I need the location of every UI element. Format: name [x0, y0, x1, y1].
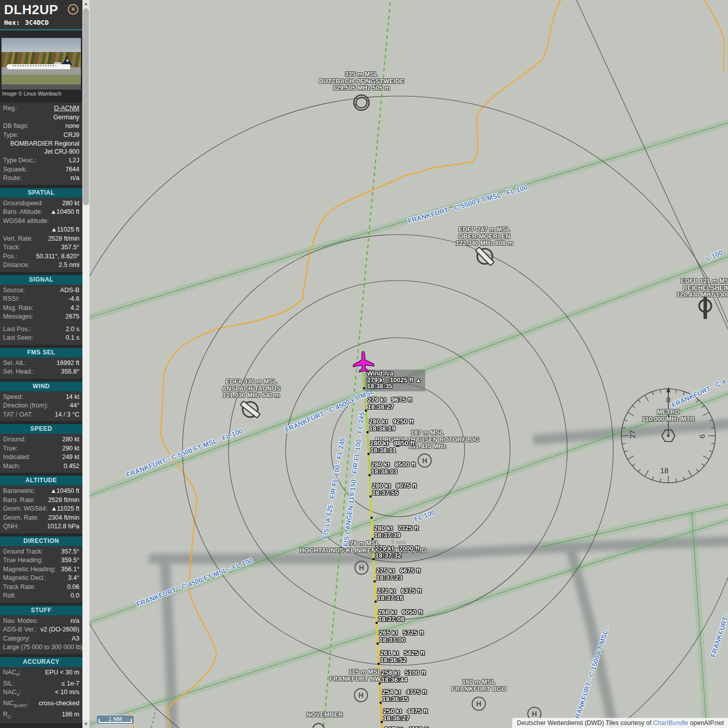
row-value: 2528 ft/min	[48, 496, 79, 505]
data-row: Messages:2675	[0, 312, 82, 322]
data-row: Baro. Altitude:▲10450 ft	[0, 208, 82, 217]
data-row: Route:n/a	[0, 174, 82, 183]
row-label: Baro. Altitude:	[3, 208, 42, 216]
row-value: 4.2	[71, 304, 79, 312]
data-row: Last Seen:0.1 s	[0, 334, 82, 343]
row-label: Barometric:	[3, 487, 35, 495]
data-row: Pos.:50.311°, 8.620°	[0, 252, 82, 261]
scroll-up-icon[interactable]: ▲	[82, 0, 89, 8]
row-value: 16992 ft	[57, 359, 79, 368]
scroll-down-icon[interactable]: ▼	[82, 720, 89, 728]
row-label: Msg. Rate:	[3, 304, 33, 312]
row-label: Reg.:	[3, 105, 18, 113]
data-row: True:290 kt	[0, 444, 82, 453]
row-value: 249 kt	[62, 453, 79, 462]
row-value: n/a	[71, 617, 79, 625]
aircraft-icon[interactable]	[351, 350, 376, 374]
row-label: Nav. Modes:	[3, 617, 38, 625]
row-label: Magnetic Decl.:	[3, 574, 47, 582]
row-label: Source:	[3, 287, 25, 295]
row-label: Messages:	[3, 313, 33, 321]
aircraft-photo[interactable]	[2, 38, 81, 89]
data-row: Type Desc.:L2J	[0, 156, 82, 165]
row-value: 355.8°	[61, 368, 79, 376]
row-value: < 10 m/s	[55, 689, 79, 699]
scale-label: 1 NM	[97, 715, 134, 723]
row-value: 280 kt	[62, 436, 79, 444]
sidebar-footer-note: Learn more about Mode S data type by hov…	[0, 723, 82, 728]
data-row: Direction (from):44°	[0, 401, 82, 411]
row-value: ▲11025 ft	[51, 505, 79, 513]
row-label: ADS-B Ver.:	[3, 626, 37, 634]
navaid-label: EDFB 121 m MSLREICHELSHEIM120.430 MHz 13…	[676, 278, 728, 299]
data-row: Baro. Rate:2528 ft/min	[0, 496, 82, 505]
row-value: 3.4°	[68, 574, 79, 582]
data-row: QNH:1012.8 hPa	[0, 522, 82, 531]
row-value: 357.5°	[61, 244, 79, 252]
row-value: 2.5 nmi	[59, 261, 79, 269]
row-value: 186 m	[62, 711, 79, 721]
airspace-label: FRANKFURT - C 5500 FT MSL - FL 100	[407, 184, 528, 225]
row-value: 0.1 s	[66, 334, 79, 342]
row-label: Indicated:	[3, 453, 30, 462]
registration-link[interactable]: D-ACNM	[54, 105, 79, 113]
aircraft-detail-sidebar: DLH2UP × Hex:3C4DCD Image © Linus Wambac…	[0, 0, 82, 728]
navaid-label: 160 m MSLFRANKFURT BGU	[451, 679, 506, 693]
data-row: Nav. Modes:n/a	[0, 617, 82, 626]
airspace-label: FRANKFURT -	[709, 612, 728, 658]
data-row: Sel. Alt.:16992 ft	[0, 359, 82, 368]
row-value: 2675	[65, 313, 79, 321]
trail-point-label: 258 kt5100 ft18:36:44	[381, 669, 426, 683]
section-accuracy: ACCURACYNACP:EPU < 30 mSIL:≤ 1e-7NACV:< …	[0, 657, 82, 724]
trail-point-label: 275 kt6675 ft18:37:23	[376, 567, 421, 581]
sidebar-scrollbar[interactable]: ▲ ▼	[82, 0, 89, 728]
row-value: 44°	[70, 402, 79, 410]
row-value: 280 kt	[62, 200, 79, 208]
hex-label: Hex:	[4, 19, 20, 26]
row-label: Last Pos.:	[3, 326, 31, 334]
row-value: L2J	[69, 157, 79, 165]
airspace-label: FRANKFURT - C 4	[670, 378, 727, 410]
scrollbar-thumb[interactable]	[83, 8, 89, 205]
row-label: Route:	[3, 174, 22, 183]
close-icon[interactable]: ×	[68, 4, 78, 15]
data-row: NACV:< 10 m/s	[0, 688, 82, 699]
trail-point-label: 280 kt9250 ft18:38:19	[369, 418, 414, 432]
row-value: 2304 ft/min	[48, 514, 79, 522]
section-header: DIRECTION	[0, 536, 82, 546]
row-value: CRJ9	[64, 131, 79, 140]
row-label: NICBARO:	[3, 700, 29, 710]
row-label: NACP:	[3, 669, 21, 679]
chartbundle-link[interactable]: ChartBundle	[653, 719, 689, 726]
row-label: Type Desc.:	[3, 157, 36, 165]
row-label: Type:	[3, 131, 19, 140]
row-label: Vert. Rate:	[3, 235, 33, 243]
data-row: SIL:≤ 1e-7	[0, 679, 82, 689]
row-label: Sel. Alt.:	[3, 359, 26, 368]
airspace-label: FRANKFURT - C 1500 FT MSL -	[572, 625, 611, 723]
row-label: Geom. WGS84:	[3, 505, 48, 513]
row-value: EPU < 30 m	[45, 669, 79, 679]
data-row: Sel. Head.:355.8°	[0, 368, 82, 377]
row-label: QNH:	[3, 523, 19, 531]
map-attribution: Deutscher Wetterdienst (DWD) Tiles court…	[512, 718, 728, 728]
row-label: Track Rate:	[3, 583, 35, 592]
data-row: Magnetic Heading:356.1°	[0, 565, 82, 574]
airspace-label: FIS LANGEN 119.150 - FIR FL 100 - FL 245	[342, 412, 366, 547]
row-label: DB flags:	[3, 122, 29, 130]
row-label: Pos.:	[3, 253, 18, 261]
data-row: Distance:2.5 nmi	[0, 261, 82, 270]
data-row: Groundspeed:280 kt	[0, 199, 82, 208]
data-row: Magnetic Decl.:3.4°	[0, 574, 82, 583]
data-row: Reg.:D-ACNM	[0, 104, 82, 113]
trail-point-label: 250 kt4475 ft18:36:27	[383, 708, 428, 721]
trail-point-label: 268 kt6050 ft18:37:08	[378, 609, 423, 622]
data-row: Barometric:▲10450 ft	[0, 487, 82, 496]
section-stuff: STUFFNav. Modes:n/aADS-B Ver.:v2 (DO-260…	[0, 606, 82, 654]
row-value: 50.311°, 8.620°	[36, 253, 79, 261]
row-label: Sel. Head.:	[3, 368, 34, 376]
data-row: NICBARO:cross-checked	[0, 699, 82, 710]
photo-credit: Image © Linus Wambach	[0, 89, 82, 100]
data-row: RC:186 m	[0, 710, 82, 721]
section-header: ALTITUDE	[0, 476, 82, 485]
